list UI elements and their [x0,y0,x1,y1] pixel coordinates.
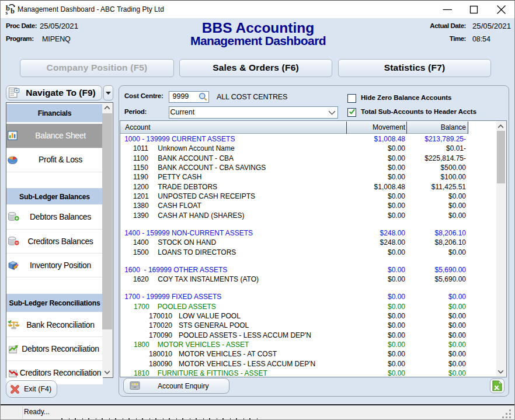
svg-text:s: s [6,10,8,16]
svg-text:b: b [11,7,15,15]
